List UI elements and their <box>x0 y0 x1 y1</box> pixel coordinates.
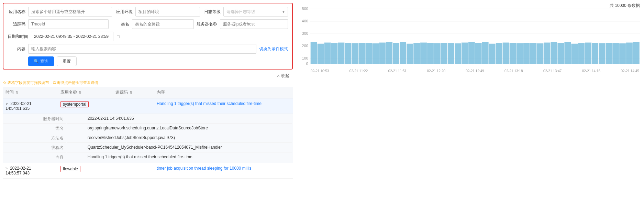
log-level-select[interactable]: 请选择日志等级 <box>223 7 288 17</box>
app-env-input[interactable] <box>135 7 200 17</box>
chevron-right-icon[interactable]: > <box>5 167 8 170</box>
chart-svg: 500 400 300 200 100 0 <box>300 6 640 67</box>
query-button[interactable]: 🔍 查询 <box>28 56 54 66</box>
detail-content-row: 内容 Handling 1 trigger(s) that missed the… <box>3 153 292 162</box>
svg-rect-56 <box>612 43 619 64</box>
reset-button[interactable]: 重置 <box>57 56 77 66</box>
svg-rect-49 <box>564 42 571 64</box>
detail-table: 服务器时间 2022-02-21 14:54:01.635 类名 org.spr… <box>3 114 293 163</box>
right-panel: 共 10000 条数据 500 400 300 200 100 0 <box>296 0 644 181</box>
svg-text:100: 100 <box>302 56 308 60</box>
svg-text:0: 0 <box>306 62 308 66</box>
app-name-input[interactable] <box>28 7 112 17</box>
log-level-wrapper: 请选择日志等级 ▼ <box>223 7 288 17</box>
chart-area: 500 400 300 200 100 0 02-21 10:53 02-21 … <box>300 6 640 74</box>
x-label-3: 02-21 12:20 <box>427 69 445 73</box>
svg-rect-12 <box>311 42 317 64</box>
svg-rect-29 <box>427 43 434 64</box>
row2-app-cell: flowable <box>58 163 113 179</box>
content-label: 内容 <box>8 46 25 52</box>
svg-rect-23 <box>386 42 392 64</box>
detail-thread-name-row: 线程名 QuartzScheduler_MyScheduler-baocl-PC… <box>3 143 292 152</box>
svg-rect-44 <box>530 43 537 64</box>
table-header-row: 时间 ⇅ 应用名称 ⇅ 追踪码 ⇅ 内容 <box>3 87 293 98</box>
svg-rect-52 <box>585 43 591 64</box>
table-notice: ☆ 表格字段宽度可拖拽调节，双击或点击箭头可查看详情 <box>3 80 293 85</box>
app-name-badge: systemportal <box>60 101 89 107</box>
log-table: 时间 ⇅ 应用名称 ⇅ 追踪码 ⇅ 内容 <box>3 87 293 179</box>
svg-rect-18 <box>352 43 358 64</box>
svg-text:500: 500 <box>302 7 308 11</box>
detail-content-value: Handling 1 trigger(s) that missed their … <box>67 153 292 162</box>
content-input[interactable] <box>28 44 256 54</box>
svg-rect-58 <box>626 43 633 64</box>
class-name-label: 类名 <box>111 21 129 27</box>
svg-rect-37 <box>482 42 489 64</box>
chevron-down-icon[interactable]: ∨ <box>5 102 8 106</box>
x-label-7: 02-21 14:16 <box>582 69 600 73</box>
svg-rect-41 <box>510 43 516 64</box>
app-name-label: 应用名称 <box>8 9 25 15</box>
class-name-input[interactable] <box>132 19 194 29</box>
x-label-1: 02-21 11:22 <box>349 69 368 73</box>
calendar-icon[interactable]: □ <box>117 34 120 39</box>
svg-rect-31 <box>441 43 447 64</box>
svg-rect-15 <box>331 43 338 64</box>
log-level-label: 日志等级 <box>203 9 221 15</box>
th-app-name: 应用名称 ⇅ <box>58 87 113 98</box>
svg-rect-26 <box>407 44 413 64</box>
svg-rect-32 <box>448 43 454 64</box>
svg-rect-55 <box>606 43 612 64</box>
svg-rect-20 <box>365 43 372 64</box>
date-row: 日期和时间 □ <box>8 32 288 41</box>
th-time: 时间 ⇅ <box>3 87 58 98</box>
svg-rect-50 <box>571 44 578 64</box>
datetime-input[interactable] <box>31 32 113 41</box>
svg-text:200: 200 <box>302 44 308 48</box>
search-icon: 🔍 <box>34 59 39 64</box>
detail-class-name-label: 类名 <box>3 124 66 133</box>
x-label-0: 02-21 10:53 <box>311 69 329 73</box>
app-name-badge: flowable <box>60 166 80 172</box>
sort-icon-app[interactable]: ⇅ <box>79 91 81 94</box>
detail-class-name-row: 类名 org.springframework.scheduling.quartz… <box>3 124 292 133</box>
svg-rect-40 <box>503 43 509 64</box>
collapse-bar[interactable]: ∧ 收起 <box>3 72 293 80</box>
x-label-4: 02-21 12:49 <box>466 69 484 73</box>
detail-class-name-value: org.springframework.scheduling.quartz.Lo… <box>67 124 292 133</box>
server-name-input[interactable] <box>220 19 288 29</box>
app-env-label: 应用环境 <box>115 9 133 15</box>
svg-rect-43 <box>523 43 530 64</box>
svg-rect-27 <box>413 43 420 64</box>
th-trace-id: 追踪码 ⇅ <box>113 87 154 98</box>
sort-icon-time[interactable]: ⇅ <box>15 91 18 94</box>
detail-thread-name-value: QuartzScheduler_MyScheduler-baocl-PC1645… <box>67 143 292 152</box>
row2-content-cell: timer job acquisition thread sleeping fo… <box>154 163 293 179</box>
svg-text:400: 400 <box>302 19 308 23</box>
trace-id-input[interactable] <box>28 19 109 29</box>
search-form: 应用名称 应用环境 日志等级 请选择日志等级 ▼ 追踪码 类名 服务器名 <box>3 3 293 70</box>
detail-server-time-label: 服务器时间 <box>3 115 66 124</box>
row1-app-cell: systemportal <box>58 98 113 114</box>
switch-mode-link[interactable]: 切换为条件模式 <box>259 46 288 52</box>
log-content-text[interactable]: Handling 1 trigger(s) that missed their … <box>157 101 263 106</box>
x-label-6: 02-21 13:47 <box>543 69 562 73</box>
content-row: 内容 切换为条件模式 <box>8 44 288 54</box>
form-row-2: 追踪码 类名 服务器名称 <box>8 19 288 29</box>
x-label-2: 02-21 11:51 <box>388 69 407 73</box>
detail-method-name-label: 方法名 <box>3 134 66 143</box>
row2-expand-cell: > 2022-02-21 14:53:57.043 <box>3 163 58 179</box>
svg-rect-14 <box>324 43 331 64</box>
log-content-text[interactable]: timer job acquisition thread sleeping fo… <box>157 166 251 171</box>
svg-rect-38 <box>489 44 496 64</box>
collapse-text: ∧ 收起 <box>277 73 289 79</box>
svg-rect-25 <box>400 42 406 64</box>
sort-icon-trace[interactable]: ⇅ <box>130 91 132 94</box>
table-row[interactable]: ∨ 2022-02-21 14:54:01.635 systemportal H… <box>3 98 293 114</box>
svg-rect-16 <box>338 43 345 64</box>
table-row[interactable]: > 2022-02-21 14:53:57.043 flowable timer… <box>3 163 293 179</box>
datetime-label: 日期和时间 <box>8 34 28 40</box>
svg-rect-35 <box>468 42 475 64</box>
server-name-label: 服务器名称 <box>197 21 217 27</box>
svg-rect-39 <box>496 43 502 64</box>
